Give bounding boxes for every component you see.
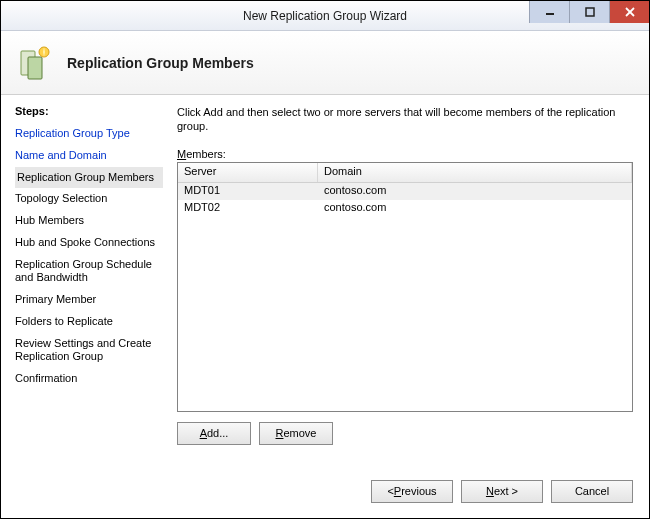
minimize-icon [545, 7, 555, 17]
steps-sidebar: Steps: Replication Group TypeName and Do… [1, 95, 171, 465]
step-item[interactable]: Replication Group Type [15, 123, 163, 145]
cell-domain: contoso.com [318, 183, 632, 200]
members-label: Members: [177, 148, 633, 160]
add-button[interactable]: Add... [177, 422, 251, 445]
instruction-text: Click Add and then select two or more se… [177, 105, 633, 134]
table-row[interactable]: MDT01contoso.com [178, 183, 632, 200]
svg-rect-1 [586, 8, 594, 16]
column-server[interactable]: Server [178, 163, 318, 182]
window-controls [529, 1, 649, 23]
member-buttons: Add... Remove [177, 422, 633, 445]
members-listview[interactable]: Server Domain MDT01contoso.comMDT02conto… [177, 162, 633, 412]
remove-button[interactable]: Remove [259, 422, 333, 445]
cancel-button[interactable]: Cancel [551, 480, 633, 503]
wizard-footer: < Previous Next > Cancel [1, 465, 649, 517]
minimize-button[interactable] [529, 1, 569, 23]
svg-rect-5 [28, 57, 42, 79]
wizard-icon [15, 43, 55, 83]
close-button[interactable] [609, 1, 649, 23]
titlebar: New Replication Group Wizard [1, 1, 649, 31]
table-header: Server Domain [178, 163, 632, 183]
maximize-icon [585, 7, 595, 17]
cell-server: MDT02 [178, 200, 318, 217]
cell-server: MDT01 [178, 183, 318, 200]
previous-button[interactable]: < Previous [371, 480, 453, 503]
step-item[interactable]: Review Settings and Create Replication G… [15, 333, 163, 369]
step-item[interactable]: Name and Domain [15, 145, 163, 167]
main-panel: Click Add and then select two or more se… [171, 95, 649, 465]
step-item[interactable]: Primary Member [15, 289, 163, 311]
step-item[interactable]: Hub Members [15, 210, 163, 232]
steps-heading: Steps: [15, 105, 163, 117]
maximize-button[interactable] [569, 1, 609, 23]
step-item[interactable]: Replication Group Members [15, 167, 163, 189]
step-item[interactable]: Replication Group Schedule and Bandwidth [15, 254, 163, 290]
next-button[interactable]: Next > [461, 480, 543, 503]
table-row[interactable]: MDT02contoso.com [178, 200, 632, 217]
step-item[interactable]: Folders to Replicate [15, 311, 163, 333]
step-item[interactable]: Hub and Spoke Connections [15, 232, 163, 254]
close-icon [625, 7, 635, 17]
wizard-body: Steps: Replication Group TypeName and Do… [1, 95, 649, 465]
step-item[interactable]: Topology Selection [15, 188, 163, 210]
column-domain[interactable]: Domain [318, 163, 632, 182]
step-item[interactable]: Confirmation [15, 368, 163, 390]
page-title: Replication Group Members [67, 55, 254, 71]
cell-domain: contoso.com [318, 200, 632, 217]
wizard-header: Replication Group Members [1, 31, 649, 95]
